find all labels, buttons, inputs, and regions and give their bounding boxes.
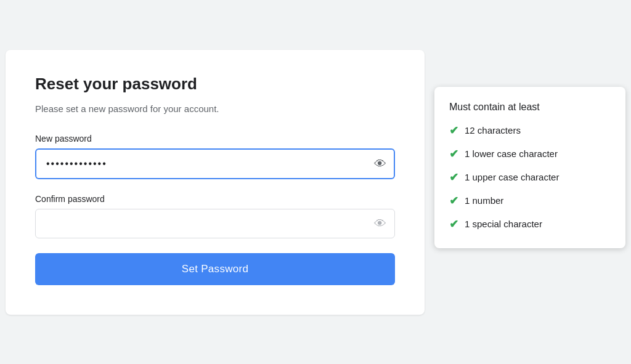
- new-password-label: New password: [35, 134, 395, 144]
- password-requirements-tooltip: Must contain at least ✔12 characters✔1 l…: [434, 87, 625, 248]
- req-special-text: 1 special character: [465, 219, 542, 229]
- req-number-text: 1 number: [465, 195, 503, 206]
- confirm-password-label: Confirm password: [35, 194, 395, 204]
- requirements-list: ✔12 characters✔1 lower case character✔1 …: [449, 124, 608, 231]
- tooltip-title: Must contain at least: [449, 102, 608, 113]
- req-lower-check-icon: ✔: [449, 147, 458, 161]
- req-special-check-icon: ✔: [449, 217, 458, 231]
- confirm-password-input[interactable]: [35, 209, 395, 238]
- form-card: Reset your password Please set a new pas…: [6, 50, 425, 315]
- req-upper-check-icon: ✔: [449, 171, 458, 184]
- confirm-password-wrapper: 👁: [35, 209, 395, 238]
- req-special: ✔1 special character: [449, 217, 608, 231]
- req-number-check-icon: ✔: [449, 194, 458, 208]
- page-subtitle: Please set a new password for your accou…: [35, 103, 395, 114]
- req-lower-text: 1 lower case character: [465, 148, 558, 159]
- set-password-button[interactable]: Set Password: [35, 253, 395, 285]
- req-upper: ✔1 upper case character: [449, 171, 608, 184]
- page-title: Reset your password: [35, 75, 395, 94]
- page-wrapper: Reset your password Please set a new pas…: [6, 50, 625, 315]
- req-chars: ✔12 characters: [449, 124, 608, 137]
- req-chars-text: 12 characters: [465, 125, 521, 135]
- new-password-input[interactable]: [35, 148, 395, 179]
- toggle-confirm-password-icon[interactable]: 👁: [374, 217, 386, 230]
- req-upper-text: 1 upper case character: [465, 172, 559, 182]
- new-password-wrapper: 👁: [35, 148, 395, 179]
- req-number: ✔1 number: [449, 194, 608, 208]
- toggle-new-password-icon[interactable]: 👁: [374, 158, 386, 170]
- req-lower: ✔1 lower case character: [449, 147, 608, 161]
- req-chars-check-icon: ✔: [449, 124, 458, 137]
